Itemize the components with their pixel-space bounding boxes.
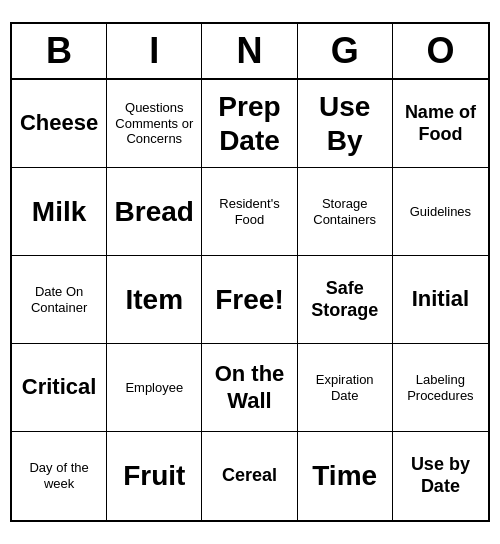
cell-text: Milk bbox=[32, 195, 86, 229]
header-letter: B bbox=[12, 24, 107, 78]
bingo-grid: CheeseQuestions Comments or ConcernsPrep… bbox=[12, 80, 488, 520]
cell-text: On the Wall bbox=[206, 361, 292, 414]
bingo-header: BINGO bbox=[12, 24, 488, 80]
bingo-cell: Day of the week bbox=[12, 432, 107, 520]
bingo-cell: Labeling Procedures bbox=[393, 344, 488, 432]
cell-text: Use by Date bbox=[397, 454, 484, 497]
bingo-cell: Use by Date bbox=[393, 432, 488, 520]
bingo-cell: Bread bbox=[107, 168, 202, 256]
bingo-cell: Cheese bbox=[12, 80, 107, 168]
header-letter: I bbox=[107, 24, 202, 78]
bingo-cell: Guidelines bbox=[393, 168, 488, 256]
bingo-cell: Initial bbox=[393, 256, 488, 344]
bingo-cell: Use By bbox=[298, 80, 393, 168]
bingo-cell: Date On Container bbox=[12, 256, 107, 344]
cell-text: Time bbox=[312, 459, 377, 493]
cell-text: Free! bbox=[215, 283, 283, 317]
bingo-cell: Name of Food bbox=[393, 80, 488, 168]
cell-text: Critical bbox=[22, 374, 97, 400]
cell-text: Expiration Date bbox=[302, 372, 388, 403]
bingo-cell: Expiration Date bbox=[298, 344, 393, 432]
cell-text: Cereal bbox=[222, 465, 277, 487]
bingo-cell: Fruit bbox=[107, 432, 202, 520]
cell-text: Use By bbox=[302, 90, 388, 157]
bingo-card: BINGO CheeseQuestions Comments or Concer… bbox=[10, 22, 490, 522]
bingo-cell: Milk bbox=[12, 168, 107, 256]
cell-text: Date On Container bbox=[16, 284, 102, 315]
cell-text: Resident's Food bbox=[206, 196, 292, 227]
bingo-cell: Safe Storage bbox=[298, 256, 393, 344]
bingo-cell: Cereal bbox=[202, 432, 297, 520]
header-letter: O bbox=[393, 24, 488, 78]
cell-text: Safe Storage bbox=[302, 278, 388, 321]
cell-text: Day of the week bbox=[16, 460, 102, 491]
bingo-cell: Storage Containers bbox=[298, 168, 393, 256]
bingo-cell: Time bbox=[298, 432, 393, 520]
bingo-cell: Critical bbox=[12, 344, 107, 432]
cell-text: Fruit bbox=[123, 459, 185, 493]
cell-text: Cheese bbox=[20, 110, 98, 136]
cell-text: Bread bbox=[115, 195, 194, 229]
cell-text: Employee bbox=[125, 380, 183, 396]
cell-text: Prep Date bbox=[206, 90, 292, 157]
cell-text: Item bbox=[126, 283, 184, 317]
cell-text: Questions Comments or Concerns bbox=[111, 100, 197, 147]
bingo-cell: Resident's Food bbox=[202, 168, 297, 256]
cell-text: Initial bbox=[412, 286, 469, 312]
header-letter: N bbox=[202, 24, 297, 78]
header-letter: G bbox=[298, 24, 393, 78]
cell-text: Name of Food bbox=[397, 102, 484, 145]
bingo-cell: Free! bbox=[202, 256, 297, 344]
bingo-cell: Questions Comments or Concerns bbox=[107, 80, 202, 168]
bingo-cell: On the Wall bbox=[202, 344, 297, 432]
bingo-cell: Item bbox=[107, 256, 202, 344]
bingo-cell: Prep Date bbox=[202, 80, 297, 168]
cell-text: Guidelines bbox=[410, 204, 471, 220]
bingo-cell: Employee bbox=[107, 344, 202, 432]
cell-text: Storage Containers bbox=[302, 196, 388, 227]
cell-text: Labeling Procedures bbox=[397, 372, 484, 403]
